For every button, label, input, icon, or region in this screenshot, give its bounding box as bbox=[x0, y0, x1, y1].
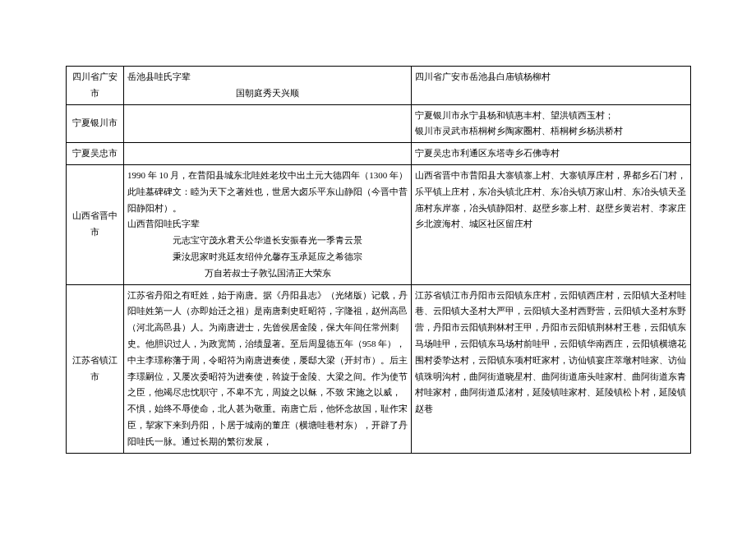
villages-cell: 宁夏银川市永宁县杨和镇惠丰村、望洪镇西玉村； 银川市灵武市梧桐树乡陶家圈村、梧桐… bbox=[412, 104, 691, 143]
table-row: 宁夏吴忠市 宁夏吴忠市利通区东塔寺乡石佛寺村 bbox=[67, 143, 691, 165]
table-row: 山西省晋中市 1990 年 10 月，在昔阳县城东北哇姓老坟中出土元大德四年（1… bbox=[67, 164, 691, 284]
desc-title: 岳池县哇氏字辈 bbox=[127, 69, 408, 85]
location-text: 山西省晋中市 bbox=[72, 210, 118, 237]
villages-text: 宁夏吴忠市利通区东塔寺乡石佛寺村 bbox=[415, 148, 560, 158]
location-text: 四川省广安市 bbox=[72, 71, 118, 98]
description-cell bbox=[124, 104, 412, 143]
desc-subtitle: 山西昔阳哇氏字辈 bbox=[127, 216, 408, 233]
description-cell: 岳池县哇氏字辈 国朝庭秀天兴顺 bbox=[124, 67, 412, 105]
table-row: 江苏省镇江市 江苏省丹阳之有旺姓，始于南唐。据《丹阳县志》（光绪版）记载，丹阳哇… bbox=[67, 284, 691, 453]
villages-cell: 山西省晋中市昔阳县大寨镇寨上村、大寨镇厚庄村，界都乡石门村，乐平镇上庄村，东冶头… bbox=[412, 164, 691, 284]
genealogy-table: 四川省广安市 岳池县哇氏字辈 国朝庭秀天兴顺 四川省广安市岳池县白庙镇杨柳村 宁… bbox=[66, 66, 691, 454]
villages-text: 江苏省镇江市丹阳市云阳镇东庄村，云阳镇西庄村，云阳镇大圣村哇巷、云阳镇大圣村大严… bbox=[415, 290, 686, 414]
location-cell: 山西省晋中市 bbox=[67, 164, 124, 284]
desc-verse: 元志宝守茂永君天公华道长安振春光一季青云景 秉汝思家时兆廷友绍仲允馨存玉承延应之… bbox=[127, 233, 408, 281]
villages-cell: 江苏省镇江市丹阳市云阳镇东庄村，云阳镇西庄村，云阳镇大圣村哇巷、云阳镇大圣村大严… bbox=[412, 284, 691, 453]
location-text: 江苏省镇江市 bbox=[72, 355, 118, 381]
desc-paragraph: 1990 年 10 月，在昔阳县城东北哇姓老坟中出土元大德四年（1300 年）此… bbox=[127, 168, 408, 216]
villages-text: 四川省广安市岳池县白庙镇杨柳村 bbox=[415, 71, 551, 81]
desc-verse: 国朝庭秀天兴顺 bbox=[127, 85, 408, 102]
description-cell: 1990 年 10 月，在昔阳县城东北哇姓老坟中出土元大德四年（1300 年）此… bbox=[124, 164, 412, 284]
location-text: 宁夏银川市 bbox=[72, 118, 118, 127]
location-cell: 江苏省镇江市 bbox=[67, 284, 124, 453]
description-cell: 江苏省丹阳之有旺姓，始于南唐。据《丹阳县志》（光绪版）记载，丹阳哇姓第一人（亦即… bbox=[124, 284, 412, 453]
description-cell bbox=[124, 143, 412, 165]
desc-text: 江苏省丹阳之有旺姓，始于南唐。据《丹阳县志》（光绪版）记载，丹阳哇姓第一人（亦即… bbox=[127, 290, 408, 446]
table-row: 宁夏银川市 宁夏银川市永宁县杨和镇惠丰村、望洪镇西玉村； 银川市灵武市梧桐树乡陶… bbox=[67, 104, 691, 143]
villages-text: 山西省晋中市昔阳县大寨镇寨上村、大寨镇厚庄村，界都乡石门村，乐平镇上庄村，东冶头… bbox=[415, 170, 686, 228]
villages-text: 宁夏银川市永宁县杨和镇惠丰村、望洪镇西玉村； 银川市灵武市梧桐树乡陶家圈村、梧桐… bbox=[415, 110, 623, 136]
location-cell: 四川省广安市 bbox=[67, 67, 124, 105]
table-row: 四川省广安市 岳池县哇氏字辈 国朝庭秀天兴顺 四川省广安市岳池县白庙镇杨柳村 bbox=[67, 67, 691, 105]
document-page: 四川省广安市 岳池县哇氏字辈 国朝庭秀天兴顺 四川省广安市岳池县白庙镇杨柳村 宁… bbox=[66, 66, 690, 454]
villages-cell: 宁夏吴忠市利通区东塔寺乡石佛寺村 bbox=[412, 143, 691, 165]
location-cell: 宁夏银川市 bbox=[67, 104, 124, 143]
location-text: 宁夏吴忠市 bbox=[72, 148, 118, 158]
villages-cell: 四川省广安市岳池县白庙镇杨柳村 bbox=[412, 67, 691, 105]
location-cell: 宁夏吴忠市 bbox=[67, 143, 124, 165]
